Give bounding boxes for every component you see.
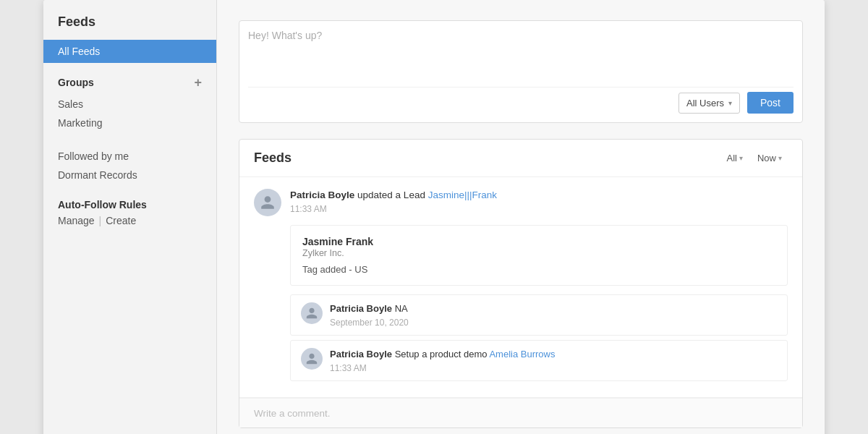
post-textarea[interactable] <box>248 30 793 80</box>
autofollow-links: Manage | Create <box>58 215 202 226</box>
sidebar-link-dormant-records[interactable]: Dormant Records <box>58 166 202 184</box>
post-composer: All Users ▾ Post <box>239 20 803 123</box>
autofollow-title: Auto-Follow Rules <box>58 199 202 210</box>
feed-meta: Patricia Boyle updated a Lead Jasmine|||… <box>290 189 788 214</box>
filter-now-caret-icon: ▾ <box>778 154 782 162</box>
sub-entry-2-user: Patricia Boyle <box>330 349 392 359</box>
avatar-sm-2 <box>301 348 323 370</box>
feed-username: Patricia Boyle <box>290 190 354 200</box>
sidebar-group-sales[interactable]: Sales <box>58 95 202 114</box>
sub-entry-1-time: September 10, 2020 <box>330 318 777 328</box>
sub-entry-1-user: Patricia Boyle <box>330 303 392 314</box>
add-group-icon[interactable]: + <box>194 76 202 89</box>
sub-entry-2-time: 11:33 AM <box>330 363 777 373</box>
feed-detail-card: Jasmine Frank Zylker Inc. Tag added - US <box>290 225 788 286</box>
feed-sub-entry-text-2: Patricia Boyle Setup a product demo Amel… <box>330 348 777 361</box>
feeds-section: Feeds All ▾ Now ▾ <box>239 139 803 428</box>
filter-all-button[interactable]: All ▾ <box>721 150 749 166</box>
post-composer-footer: All Users ▾ Post <box>248 87 793 114</box>
all-users-dropdown[interactable]: All Users ▾ <box>678 93 740 114</box>
feed-detail-tag: Tag added - US <box>302 264 775 275</box>
filter-now-button[interactable]: Now ▾ <box>752 150 788 166</box>
avatar-sm <box>301 302 323 324</box>
sidebar-autofollow: Auto-Follow Rules Manage | Create <box>43 199 216 226</box>
feeds-filters: All ▾ Now ▾ <box>721 150 788 166</box>
feed-item: Patricia Boyle updated a Lead Jasmine|||… <box>239 177 802 398</box>
sub-entry-2-link[interactable]: Amelia Burrows <box>489 349 555 359</box>
sidebar-title: Feeds <box>43 14 216 40</box>
feed-detail-name: Jasmine Frank <box>302 236 775 247</box>
sidebar-link-followed-by-me[interactable]: Followed by me <box>58 147 202 166</box>
sidebar-groups-title: Groups <box>58 77 94 88</box>
feed-sub-entry-meta-1: Patricia Boyle NA September 10, 2020 <box>330 302 777 328</box>
feed-sub-entry-text-1: Patricia Boyle NA <box>330 302 777 315</box>
autofollow-sep: | <box>99 215 102 226</box>
feed-sub-entry: Patricia Boyle NA September 10, 2020 <box>290 294 788 336</box>
avatar <box>254 189 281 216</box>
post-button[interactable]: Post <box>747 92 793 114</box>
feed-item-header: Patricia Boyle updated a Lead Jasmine|||… <box>254 189 788 216</box>
autofollow-manage-link[interactable]: Manage <box>58 215 95 226</box>
dropdown-caret-icon: ▾ <box>728 99 732 107</box>
all-users-label: All Users <box>686 98 724 109</box>
sidebar-group-marketing[interactable]: Marketing <box>58 114 202 132</box>
sidebar-links: Followed by me Dormant Records <box>43 147 216 184</box>
feed-detail-company: Zylker Inc. <box>302 248 775 258</box>
sub-entry-1-na: NA <box>395 303 408 314</box>
feeds-header-title: Feeds <box>254 150 292 166</box>
comment-box <box>239 398 802 427</box>
sidebar-groups-section: Groups + Sales Marketing <box>43 76 216 132</box>
sidebar-groups-header: Groups + <box>58 76 202 89</box>
filter-all-caret-icon: ▾ <box>739 154 743 162</box>
sub-entry-2-action-text: Setup a product demo <box>395 349 488 359</box>
feed-sub-entry-meta-2: Patricia Boyle Setup a product demo Amel… <box>330 348 777 373</box>
feed-sub-entry-2: Patricia Boyle Setup a product demo Amel… <box>290 340 788 381</box>
main-content: All Users ▾ Post Feeds All ▾ Now ▾ <box>217 0 825 434</box>
autofollow-create-link[interactable]: Create <box>106 215 136 226</box>
feed-lead-link[interactable]: Jasmine|||Frank <box>428 190 497 200</box>
app-container: Feeds All Feeds Groups + Sales Marketing… <box>43 0 825 434</box>
feed-action-text: Patricia Boyle updated a Lead Jasmine|||… <box>290 189 788 203</box>
feeds-header: Feeds All ▾ Now ▾ <box>239 140 802 177</box>
sidebar-item-all-feeds[interactable]: All Feeds <box>43 40 216 63</box>
comment-input[interactable] <box>254 408 788 419</box>
feed-action-verb: updated a Lead <box>357 190 428 200</box>
feed-timestamp: 11:33 AM <box>290 204 788 214</box>
sidebar: Feeds All Feeds Groups + Sales Marketing… <box>43 0 217 434</box>
feed-sub-entries: Patricia Boyle NA September 10, 2020 <box>290 294 788 381</box>
